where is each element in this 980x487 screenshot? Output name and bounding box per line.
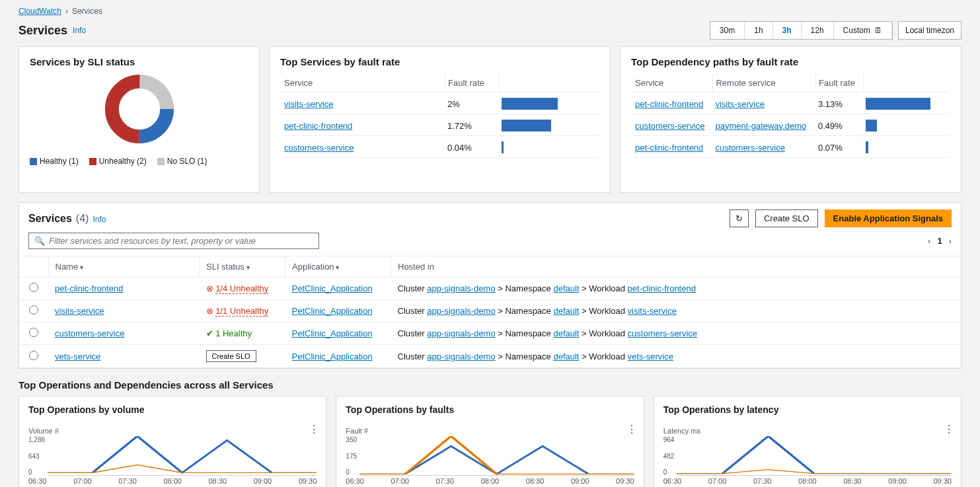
service-row: pet-clinic-frontend⊗ 1/4 UnhealthyPetCli… xyxy=(19,278,961,300)
time-range-custom[interactable]: Custom 🗓 xyxy=(834,22,892,39)
page-prev-icon[interactable]: ‹ xyxy=(928,236,930,246)
sli-donut-chart xyxy=(30,73,248,147)
sli-legend: Healthy (1) Unhealthy (2) No SLO (1) xyxy=(30,157,248,166)
error-icon: ⊗ xyxy=(206,306,213,316)
service-link[interactable]: pet-clinic-frontend xyxy=(635,143,703,153)
service-link[interactable]: customers-service xyxy=(635,121,704,131)
remote-service-link[interactable]: payment-gateway.demo xyxy=(715,121,806,131)
chart-xaxis: 06:3007:0007:3008:0008:3009:0009:30 xyxy=(663,477,952,485)
breadcrumb: CloudWatch › Services xyxy=(0,0,980,19)
table-row: pet-clinic-frontendvisits-service3.13% xyxy=(632,94,949,114)
panel-title: Top Dependency paths by fault rate xyxy=(631,56,950,67)
time-range-12h[interactable]: 12h xyxy=(802,22,834,39)
filter-input-wrapper[interactable]: 🔍 xyxy=(28,233,319,249)
timezone-selector[interactable]: Local timezon xyxy=(898,21,961,40)
service-link[interactable]: pet-clinic-frontend xyxy=(284,121,352,131)
services-list-panel: Services (4) Info ↻ Create SLO Enable Ap… xyxy=(19,202,961,369)
breadcrumb-root[interactable]: CloudWatch xyxy=(19,7,61,16)
service-radio[interactable] xyxy=(29,283,38,292)
create-slo-inline-button[interactable]: Create SLO xyxy=(206,350,256,362)
chart-panel: Top Operations by faults⋮Fault #35017500… xyxy=(336,396,644,487)
chart-ylabel: Fault # xyxy=(346,427,634,435)
service-radio[interactable] xyxy=(29,305,38,315)
namespace-link[interactable]: default xyxy=(553,306,579,316)
top-services-fault-panel: Top Services by fault rate Service Fault… xyxy=(269,46,611,193)
workload-link[interactable]: customers-service xyxy=(628,328,697,338)
workload-link[interactable]: vets-service xyxy=(628,352,673,361)
info-link[interactable]: Info xyxy=(73,26,86,35)
fault-rate: 1.72% xyxy=(445,116,498,136)
chart-plot xyxy=(677,436,952,476)
col-app[interactable]: Application xyxy=(285,256,391,278)
page-title: Services Info xyxy=(19,24,86,38)
chart-panel: Top Operations by latency⋮Latency ms9644… xyxy=(654,396,961,487)
workload-link[interactable]: visits-service xyxy=(628,306,677,316)
service-link[interactable]: customers-service xyxy=(284,143,354,153)
cluster-link[interactable]: app-signals-demo xyxy=(427,283,495,293)
service-link[interactable]: pet-clinic-frontend xyxy=(635,99,703,109)
col-name[interactable]: Name xyxy=(48,256,200,278)
namespace-link[interactable]: default xyxy=(553,283,579,293)
page-number: 1 xyxy=(937,236,942,246)
time-range-1h[interactable]: 1h xyxy=(745,22,773,39)
application-link[interactable]: PetClinic_Application xyxy=(292,328,373,338)
sli-status: 1/4 Unhealthy xyxy=(215,283,268,294)
service-link[interactable]: pet-clinic-frontend xyxy=(55,283,123,293)
service-link[interactable]: visits-service xyxy=(284,99,333,109)
col-fault-rate: Fault rate xyxy=(815,74,862,93)
application-link[interactable]: PetClinic_Application xyxy=(292,352,373,361)
hosted-in: Cluster app-signals-demo > Namespace def… xyxy=(391,278,961,300)
table-row: visits-service2% xyxy=(282,94,598,114)
error-icon: ⊗ xyxy=(206,283,213,293)
calendar-icon: 🗓 xyxy=(874,26,882,35)
service-row: customers-service✔ 1 HealthyPetClinic_Ap… xyxy=(19,322,961,345)
refresh-icon: ↻ xyxy=(735,213,743,223)
panel-title: Top Services by fault rate xyxy=(280,56,599,67)
chart-menu-icon[interactable]: ⋮ xyxy=(626,423,637,435)
cluster-link[interactable]: app-signals-demo xyxy=(427,306,495,316)
service-link[interactable]: vets-service xyxy=(55,352,100,361)
service-link[interactable]: visits-service xyxy=(55,306,104,316)
col-sli[interactable]: SLI status xyxy=(200,256,285,278)
table-row: pet-clinic-frontendcustomers-service0.07… xyxy=(632,137,949,158)
application-link[interactable]: PetClinic_Application xyxy=(292,306,373,316)
service-row: visits-service⊗ 1/1 UnhealthyPetClinic_A… xyxy=(19,300,961,322)
chart-title: Top Operations by volume xyxy=(28,404,317,415)
col-remote: Remote service xyxy=(712,74,814,93)
success-icon: ✔ xyxy=(206,328,213,338)
chart-plot xyxy=(48,436,317,476)
sli-status-panel: Services by SLI status Healthy (1) Unhea… xyxy=(19,46,260,193)
col-service: Service xyxy=(282,74,443,93)
filter-input[interactable] xyxy=(49,236,313,246)
time-range-3h[interactable]: 3h xyxy=(773,22,802,39)
page-next-icon[interactable]: › xyxy=(949,236,952,246)
remote-service-link[interactable]: visits-service xyxy=(715,99,764,109)
info-link[interactable]: Info xyxy=(93,215,106,224)
hosted-in: Cluster app-signals-demo > Namespace def… xyxy=(391,345,961,368)
create-slo-button[interactable]: Create SLO xyxy=(755,209,818,227)
namespace-link[interactable]: default xyxy=(553,352,579,361)
time-range-30m[interactable]: 30m xyxy=(710,22,745,39)
time-range-picker: 30m1h3h12hCustom 🗓 xyxy=(710,21,893,40)
col-fault-rate: Fault rate xyxy=(445,74,498,93)
hosted-in: Cluster app-signals-demo > Namespace def… xyxy=(391,300,961,322)
cluster-link[interactable]: app-signals-demo xyxy=(427,352,495,361)
chart-xaxis: 06:3007:0007:3008:0008:3009:0009:30 xyxy=(28,477,317,485)
fault-rate: 0.04% xyxy=(445,137,498,158)
chart-menu-icon[interactable]: ⋮ xyxy=(944,423,954,435)
refresh-button[interactable]: ↻ xyxy=(730,209,749,227)
namespace-link[interactable]: default xyxy=(553,328,579,338)
workload-link[interactable]: pet-clinic-frontend xyxy=(628,283,696,293)
enable-app-signals-button[interactable]: Enable Application Signals xyxy=(825,209,952,227)
fault-rate: 3.13% xyxy=(815,94,862,114)
cluster-link[interactable]: app-signals-demo xyxy=(427,328,495,338)
application-link[interactable]: PetClinic_Application xyxy=(292,283,373,293)
chart-menu-icon[interactable]: ⋮ xyxy=(309,423,319,435)
breadcrumb-current: Services xyxy=(72,7,102,16)
fault-rate: 0.07% xyxy=(815,137,862,158)
chart-xaxis: 06:3007:0007:3008:0008:3009:0009:30 xyxy=(346,477,634,485)
remote-service-link[interactable]: customers-service xyxy=(715,143,784,153)
service-radio[interactable] xyxy=(29,328,38,337)
service-link[interactable]: customers-service xyxy=(55,328,124,338)
service-radio[interactable] xyxy=(29,351,38,360)
